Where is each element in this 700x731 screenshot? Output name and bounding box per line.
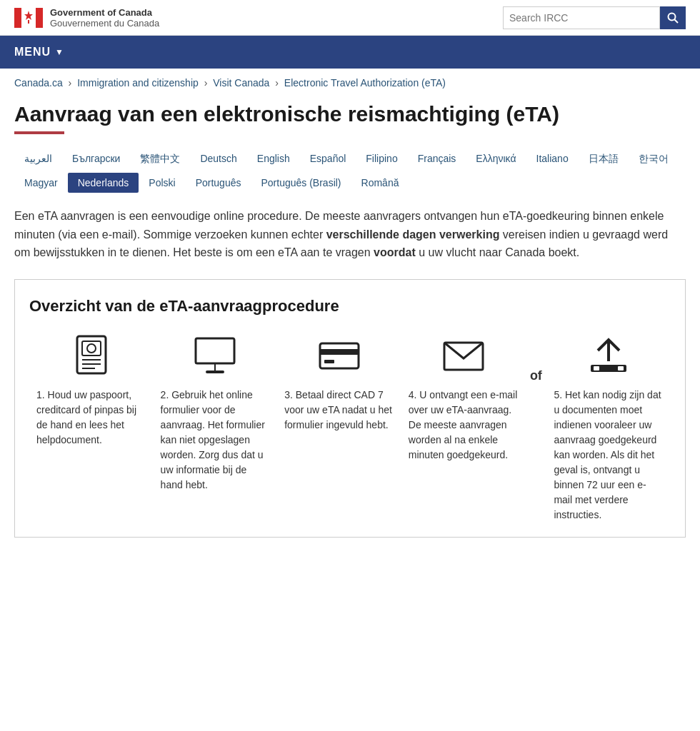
creditcard-icon (314, 333, 364, 379)
gov-name: Government of Canada Gouvernement du Can… (50, 7, 159, 29)
breadcrumb-item-eta[interactable]: Electronic Travel Authorization (eTA) (284, 77, 446, 89)
intro-paragraph: Een eTA aanvragen is een eenvoudige onli… (14, 207, 686, 262)
lang-tab-romana[interactable]: Română (351, 173, 409, 193)
step-4: 4. U ontvangt een e-mail over uw eTA-aan… (401, 333, 526, 463)
logo-area: Government of Canada Gouvernement du Can… (14, 7, 159, 29)
upload-icon (584, 333, 634, 379)
search-button[interactable] (660, 6, 686, 29)
lang-tab-arabic[interactable]: العربية (14, 148, 62, 170)
svg-rect-22 (594, 366, 599, 370)
of-separator: of (525, 333, 546, 383)
breadcrumb-separator: › (275, 77, 281, 89)
step-3: 3. Betaal direct CAD 7 voor uw eTA nadat… (277, 333, 401, 433)
breadcrumb-item-visit[interactable]: Visit Canada (213, 77, 269, 89)
svg-point-5 (669, 13, 676, 20)
svg-rect-18 (324, 360, 334, 363)
nav-bar: MENU ▼ (0, 36, 700, 69)
search-area (503, 6, 686, 29)
step-2: 2. Gebruik het online formulier voor de … (154, 333, 278, 493)
main-content: Aanvraag van een elektronische reismacht… (0, 94, 700, 559)
svg-point-9 (87, 344, 96, 353)
breadcrumb-separator: › (204, 77, 211, 89)
lang-tab-portugues-brasil[interactable]: Português (Brasil) (251, 173, 351, 193)
svg-rect-4 (28, 20, 29, 24)
lang-tab-english[interactable]: English (247, 148, 300, 170)
svg-rect-15 (206, 370, 224, 373)
search-icon (667, 12, 679, 24)
title-underline (14, 131, 64, 134)
menu-button[interactable]: MENU ▼ (14, 36, 64, 69)
step-5-text: 5. Het kan nodig zijn dat u documenten m… (554, 388, 664, 523)
breadcrumb: Canada.ca › Immigration and citizenship … (0, 69, 700, 94)
search-input[interactable] (503, 6, 660, 29)
lang-tab-deutsch[interactable]: Deutsch (190, 148, 246, 170)
lang-tab-filipino[interactable]: Filipino (356, 148, 407, 170)
overview-title: Overzicht van de eTA-aanvraagprocedure (29, 297, 671, 316)
lang-tab-nederlands[interactable]: Nederlands (68, 173, 139, 193)
lang-tab-bulgarian[interactable]: Български (62, 148, 130, 170)
lang-tab-magyar[interactable]: Magyar (14, 173, 68, 193)
svg-rect-0 (14, 8, 21, 28)
step-4-text: 4. U ontvangt een e-mail over uw eTA-aan… (409, 388, 519, 463)
breadcrumb-separator: › (69, 77, 75, 89)
menu-chevron-icon: ▼ (55, 47, 64, 57)
lang-tab-espanol[interactable]: Español (300, 148, 356, 170)
site-header: Government of Canada Gouvernement du Can… (0, 0, 700, 36)
lang-tab-chinese[interactable]: 繁體中文 (130, 148, 190, 170)
lang-tab-italiano[interactable]: Italiano (526, 148, 579, 170)
svg-rect-23 (618, 366, 624, 370)
breadcrumb-item-immigration[interactable]: Immigration and citizenship (77, 77, 199, 89)
lang-tab-polski[interactable]: Polski (139, 173, 185, 193)
language-tabs: العربية Български 繁體中文 Deutsch English E… (14, 148, 686, 193)
lang-tab-japanese[interactable]: 日本語 (579, 148, 629, 170)
passport-icon (66, 333, 116, 379)
svg-rect-16 (320, 343, 359, 368)
overview-box: Overzicht van de eTA-aanvraagprocedure 1… (14, 279, 686, 538)
step-1-text: 1. Houd uw paspoort, creditcard of pinpa… (36, 388, 146, 448)
lang-tab-portugues[interactable]: Português (186, 173, 251, 193)
lang-tab-francais[interactable]: Français (408, 148, 466, 170)
canada-flag-icon (14, 7, 43, 29)
svg-line-6 (675, 19, 679, 23)
svg-rect-2 (36, 8, 43, 28)
step-5: 5. Het kan nodig zijn dat u documenten m… (546, 333, 671, 523)
lang-tab-greek[interactable]: Ελληνικά (466, 148, 526, 170)
page-title: Aanvraag van een elektronische reismacht… (14, 101, 686, 127)
steps-row: 1. Houd uw paspoort, creditcard of pinpa… (29, 333, 671, 523)
computer-icon (190, 333, 240, 379)
step-1: 1. Houd uw paspoort, creditcard of pinpa… (29, 333, 154, 448)
svg-rect-17 (320, 349, 359, 355)
svg-rect-13 (196, 338, 234, 363)
step-2-text: 2. Gebruik het online formulier voor de … (161, 388, 271, 493)
breadcrumb-item-canada[interactable]: Canada.ca (14, 77, 63, 89)
lang-tab-korean[interactable]: 한국어 (629, 148, 679, 170)
email-icon (439, 333, 489, 379)
step-3-text: 3. Betaal direct CAD 7 voor uw eTA nadat… (284, 388, 394, 433)
